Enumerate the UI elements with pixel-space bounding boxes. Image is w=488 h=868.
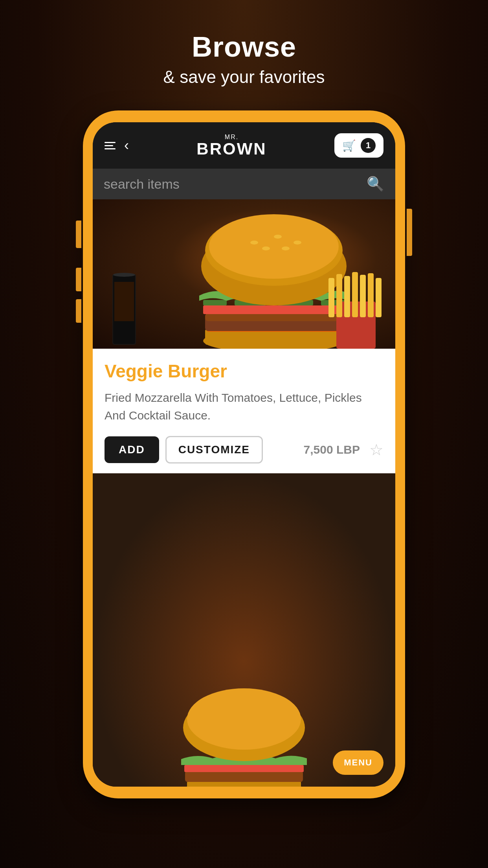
hamburger-menu-button[interactable] [105,142,116,149]
svg-rect-32 [185,771,303,782]
svg-rect-8 [205,313,343,321]
menu-fab-button[interactable]: MENU [333,750,383,775]
svg-rect-27 [360,275,366,317]
svg-point-20 [262,246,270,250]
cart-button[interactable]: 🛒 1 [334,133,383,158]
brand-logo: MR. BROWN [196,134,266,157]
brand-name: BROWN [196,141,266,157]
fries-illustration [325,270,387,349]
item-actions: ADD CUSTOMIZE 7,500 LBP ☆ [105,436,383,463]
page-subtitle: & save your favorites [163,67,325,87]
svg-rect-29 [376,278,382,317]
item-card: Veggie Burger Fried Mozzarella With Toma… [93,349,395,473]
svg-point-18 [274,235,282,239]
cart-count-badge: 1 [361,138,376,153]
svg-point-19 [294,241,301,245]
basket-icon: 🛒 [342,139,356,152]
svg-point-16 [209,214,339,279]
svg-rect-33 [184,765,304,772]
phone-frame: ‹ MR. BROWN 🛒 1 search items 🔍 [83,110,405,798]
item-description: Fried Mozzarella With Tomatoes, Lettuce,… [105,389,383,424]
second-item-preview: MENU [93,473,395,787]
svg-rect-26 [352,272,358,317]
svg-rect-24 [336,274,342,317]
hamburger-line-2 [105,145,113,146]
nav-bar: ‹ MR. BROWN 🛒 1 [93,122,395,169]
svg-point-35 [187,688,301,750]
phone-button-volume-up [76,268,81,291]
second-burger-illustration [181,684,307,787]
drink-illustration [105,270,144,349]
favorite-icon[interactable]: ☆ [369,441,383,459]
item-name: Veggie Burger [105,360,383,382]
svg-rect-9 [203,305,345,314]
svg-rect-28 [368,273,374,317]
phone-screen: ‹ MR. BROWN 🛒 1 search items 🔍 [93,122,395,787]
svg-rect-3 [114,282,134,321]
page-header: Browse & save your favorites [163,0,325,103]
page-title: Browse [163,31,325,63]
hamburger-line-1 [105,142,116,143]
search-input[interactable]: search items [104,177,180,192]
svg-rect-25 [344,276,350,317]
search-icon[interactable]: 🔍 [367,176,384,192]
hamburger-line-3 [105,148,116,149]
phone-button-volume-down [76,299,81,323]
svg-point-17 [250,241,258,245]
search-bar: search items 🔍 [93,169,395,199]
nav-right: 🛒 1 [334,133,383,158]
food-image-container [93,199,395,349]
svg-rect-23 [328,278,334,317]
item-price: 7,500 LBP [304,443,360,456]
svg-rect-10 [203,300,227,305]
svg-point-2 [113,273,135,277]
nav-left: ‹ [105,137,129,154]
add-button[interactable]: ADD [105,436,159,463]
back-button[interactable]: ‹ [124,137,129,154]
customize-button[interactable]: CUSTOMIZE [165,436,263,463]
svg-point-21 [282,246,290,250]
